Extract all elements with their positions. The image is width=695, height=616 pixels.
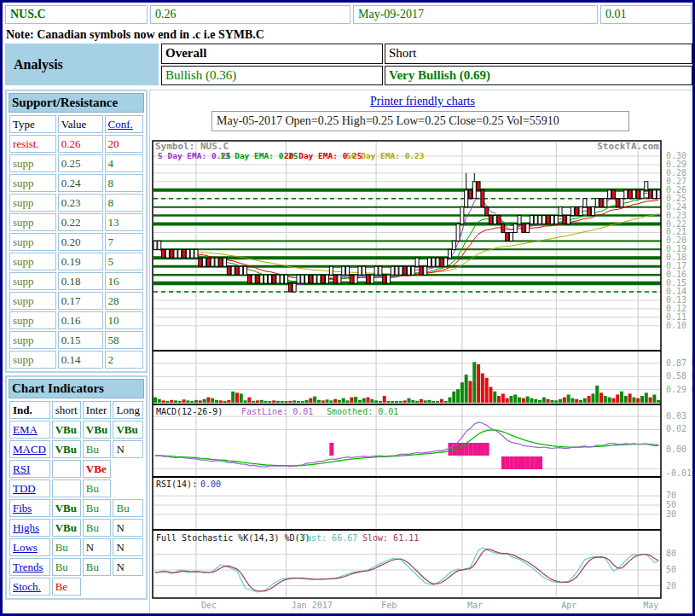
indicator-signal-1: Bu (83, 440, 112, 458)
svg-text:Slow: 61.11: Slow: 61.11 (362, 533, 419, 543)
stock-chart: DecJan 2017FebMarAprMay0.300.290.280.270… (151, 140, 695, 611)
sr-row: supp0.1610 (9, 311, 143, 329)
svg-text:0.58 M: 0.58 M (666, 371, 695, 381)
sr-value: 0.25 (58, 154, 103, 172)
indicator-signal-1: Bu (83, 479, 112, 497)
indicator-signal-0: VBu (52, 499, 81, 517)
indicator-trends: Trends (9, 558, 50, 576)
sr-conf: 5 (105, 253, 143, 270)
change-cell: 0.01 (600, 5, 692, 24)
sr-value: 0.20 (58, 233, 103, 251)
sr-conf: 8 (105, 194, 143, 212)
indicator-signal-2: N (113, 440, 143, 458)
indicator-signal-0: VBu (52, 440, 81, 458)
sr-row: supp0.1728 (9, 292, 143, 310)
svg-text:Mar: Mar (467, 601, 483, 610)
canadian-symbols-note: Note: Canadian symbols now end in .c i.e… (6, 28, 264, 42)
svg-text:StockTA.com: StockTA.com (597, 141, 659, 152)
indicator-signal-0: VBu (52, 421, 81, 439)
sidebar: Support/Resistance TypeValueConf.resist.… (5, 90, 148, 602)
sr-row: resist.0.2620 (9, 135, 143, 153)
stockta-page: NUS.C 0.26 May-09-2017 0.01 Note: Canadi… (0, 0, 695, 616)
indicator-signal-1: Bu (83, 558, 112, 576)
indicator-highs-link[interactable]: Highs (13, 521, 39, 534)
indicator-trends-link[interactable]: Trends (13, 561, 43, 573)
sr-type: supp (9, 272, 56, 290)
indicator-row: RSIVBe (9, 460, 143, 478)
indicator-stoch: Stoch. (9, 578, 50, 596)
sr-conf: 4 (105, 154, 143, 172)
sr-row: supp0.238 (9, 194, 143, 212)
indicator-signal-0: Bu (52, 558, 81, 576)
sr-type: supp (9, 154, 56, 172)
indicator-ema-link[interactable]: EMA (13, 423, 38, 436)
sr-row: supp0.248 (9, 174, 143, 192)
sr-header-row: TypeValueConf. (9, 115, 143, 133)
sr-value: 0.15 (58, 331, 103, 349)
sr-value: 0.17 (58, 292, 103, 310)
svg-text:Dec: Dec (201, 601, 217, 610)
indicator-fibs-link[interactable]: Fibs (13, 502, 32, 514)
indicator-signal-2: N (113, 558, 143, 576)
indicator-rsi-link[interactable]: RSI (13, 462, 30, 475)
indicator-row: EMAVBuVBuVBu (9, 421, 143, 439)
svg-text:Smoothed: 0.01: Smoothed: 0.01 (327, 407, 398, 416)
analysis-label: Analysis (5, 44, 159, 85)
indicator-macd-link[interactable]: MACD (13, 443, 46, 456)
sr-conf: 58 (105, 331, 143, 349)
indicator-row: FibsVBuBuBu (9, 499, 143, 517)
svg-text:RSI(14):: RSI(14): (156, 479, 197, 489)
indicator-ema: EMA (9, 421, 50, 439)
indicator-stoch-link[interactable]: Stoch. (13, 580, 41, 593)
indicator-signal-1: VBu (83, 421, 112, 439)
sr-row: supp0.195 (9, 253, 143, 270)
svg-text:Feb: Feb (381, 601, 397, 610)
sr-col-type: Type (9, 115, 56, 133)
sr-row: supp0.2213 (9, 213, 143, 231)
svg-text:50: 50 (666, 565, 676, 574)
indicator-signal-2: N (113, 538, 143, 556)
indicator-tdd-link[interactable]: TDD (13, 482, 36, 495)
indicator-lows-link[interactable]: Lows (13, 541, 38, 554)
sr-row: supp0.142 (9, 351, 143, 369)
indicator-row: MACDVBuBuN (9, 440, 143, 458)
chart-indicators-table: Ind.shortInterLongEMAVBuVBuVBuMACDVBuBuN… (8, 399, 145, 597)
symbol-cell: NUS.C (5, 5, 148, 24)
indicator-signal-0: Bu (52, 538, 81, 556)
indicator-row: TDDBu (9, 479, 143, 497)
sr-col-conf: Conf. (105, 115, 143, 133)
indicator-row: LowsBuNN (9, 538, 143, 556)
sr-conf: 2 (105, 351, 143, 369)
svg-text:0.03: 0.03 (666, 411, 686, 421)
svg-text:Full Stochastic %K(14,3) %D(3): Full Stochastic %K(14,3) %D(3) (156, 533, 310, 543)
svg-text:30: 30 (666, 509, 676, 519)
analysis-short-header: Short (385, 44, 692, 64)
svg-text:Apr: Apr (561, 601, 576, 610)
indicator-row: TrendsBuBuN (9, 558, 143, 576)
sr-type: supp (9, 292, 56, 310)
indicator-signal-0: VBu (52, 519, 81, 537)
sr-type: supp (9, 253, 56, 270)
support-resistance-section: Support/Resistance TypeValueConf.resist.… (5, 90, 148, 373)
svg-text:FastLine: 0.01: FastLine: 0.01 (241, 407, 313, 416)
sr-value: 0.19 (58, 253, 103, 270)
support-resistance-table: TypeValueConf.resist.0.2620supp0.254supp… (8, 113, 145, 370)
svg-text:80: 80 (666, 549, 676, 558)
quote-bar: NUS.C 0.26 May-09-2017 0.01 (5, 5, 692, 24)
svg-text:Fast: 66.67: Fast: 66.67 (301, 533, 357, 543)
indicator-tdd: TDD (9, 479, 50, 497)
svg-text:0.10: 0.10 (666, 321, 686, 330)
ind-col-name: Ind. (9, 401, 50, 419)
printer-friendly-link[interactable]: Printer friendly charts (150, 95, 695, 108)
sr-value: 0.24 (58, 174, 103, 192)
svg-text:0.00: 0.00 (200, 479, 221, 489)
svg-text:May: May (643, 601, 658, 610)
sr-col-conf-link[interactable]: Conf. (108, 118, 133, 131)
price-cell: 0.26 (150, 5, 350, 24)
chart-section: Printer friendly charts DecJan 2017FebMa… (149, 90, 695, 614)
svg-text:70: 70 (666, 491, 676, 500)
ohlc-input[interactable] (211, 111, 629, 131)
ind-col-inter: Inter (83, 401, 112, 419)
svg-text:-0.01: -0.01 (666, 468, 692, 478)
ind-header-row: Ind.shortInterLong (9, 401, 143, 419)
